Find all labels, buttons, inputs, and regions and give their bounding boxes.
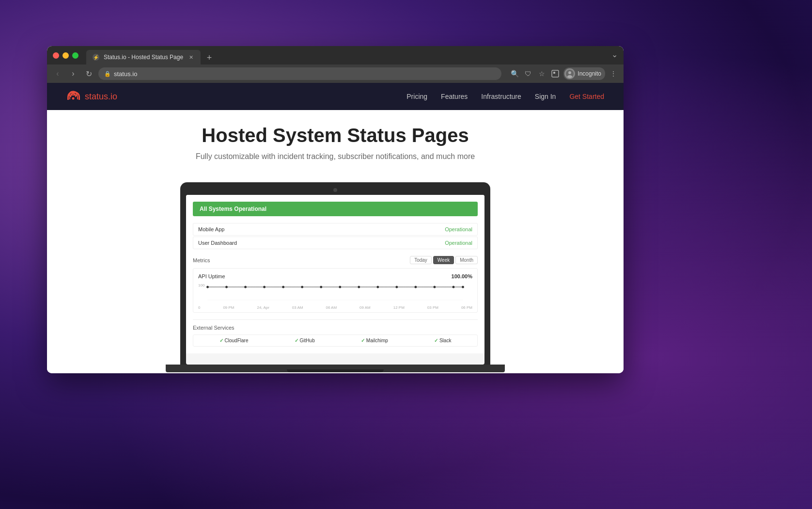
forward-button[interactable]: › [67, 68, 79, 80]
metrics-card-name: API Uptime [198, 273, 225, 279]
metrics-tabs: Today Week Month [410, 256, 478, 264]
laptop-assembly: All Systems Operational Mobile App Opera… [166, 182, 505, 372]
site-navigation: status.io Pricing Features Infrastructur… [47, 83, 624, 110]
traffic-light-minimize[interactable] [62, 52, 69, 59]
nav-links: Pricing Features Infrastructure Sign In … [406, 93, 604, 100]
status-item-0: Mobile App Operational [193, 223, 478, 236]
chart-labels: 0 09 PM 24, Apr 03 AM 06 AM 09 AM 12 PM [198, 305, 472, 310]
svg-point-21 [414, 286, 417, 288]
statusio-website: status.io Pricing Features Infrastructur… [47, 83, 624, 373]
metrics-tab-month[interactable]: Month [455, 256, 478, 264]
metrics-section: Metrics Today Week Month [193, 256, 478, 313]
nav-signin[interactable]: Sign In [535, 93, 556, 100]
hero-section: Hosted System Status Pages Fully customi… [47, 110, 624, 182]
svg-point-20 [395, 286, 398, 288]
nav-features[interactable]: Features [441, 93, 468, 100]
cloudflare-label: CloudFlare [225, 338, 249, 343]
svg-point-17 [339, 286, 341, 288]
back-button[interactable]: ‹ [52, 68, 63, 80]
status-banner: All Systems Operational [193, 202, 478, 216]
address-bar[interactable]: 🔒 status.io [98, 67, 501, 80]
svg-text:⚡: ⚡ [93, 54, 99, 61]
svg-point-15 [301, 286, 303, 288]
laptop-camera [333, 188, 337, 192]
toolbar-actions: 🔍 🛡 ☆ Incognito ⋮ [509, 67, 619, 80]
svg-point-24 [462, 286, 464, 288]
traffic-lights [53, 52, 78, 59]
slack-check: ✓ [434, 338, 438, 343]
status-item-badge-0: Operational [445, 226, 472, 232]
metrics-card-header: API Uptime 100.00% [198, 273, 472, 279]
external-items: ✓ CloudFlare ✓ GitHub ✓ [193, 334, 478, 347]
slack-label: Slack [439, 338, 451, 343]
laptop-screen: All Systems Operational Mobile App Opera… [186, 195, 484, 365]
tab-title: Status.io - Hosted Status Page [104, 54, 183, 61]
metrics-header: Metrics Today Week Month [193, 256, 478, 264]
shield-icon[interactable]: 🛡 [523, 68, 533, 79]
tab-strip-chevron[interactable]: ⌄ [611, 50, 618, 59]
browser-extension-icon[interactable] [550, 68, 561, 79]
external-item-github: ✓ GitHub [295, 338, 315, 343]
laptop-outer: All Systems Operational Mobile App Opera… [180, 182, 490, 365]
chart-label-4: 06 AM [326, 305, 337, 310]
status-page-mockup: All Systems Operational Mobile App Opera… [186, 195, 484, 353]
chart-y-label: 100 [198, 283, 204, 287]
svg-point-16 [320, 286, 322, 288]
reload-button[interactable]: ↻ [83, 68, 94, 80]
status-items: Mobile App Operational User Dashboard Op… [193, 223, 478, 249]
nav-infrastructure[interactable]: Infrastructure [481, 93, 521, 100]
nav-get-started[interactable]: Get Started [569, 93, 604, 100]
external-item-cloudflare: ✓ CloudFlare [219, 338, 249, 343]
profile-avatar [564, 68, 575, 79]
chart-area: 100 [198, 283, 472, 307]
mailchimp-check: ✓ [361, 338, 365, 343]
github-check: ✓ [295, 338, 298, 343]
search-icon[interactable]: 🔍 [509, 68, 520, 79]
browser-content: status.io Pricing Features Infrastructur… [47, 83, 624, 373]
address-text: status.io [114, 70, 137, 78]
status-item-1: User Dashboard Operational [193, 237, 478, 249]
svg-point-7 [72, 97, 75, 100]
browser-window: ⚡ Status.io - Hosted Status Page ✕ + ⌄ ‹… [47, 46, 624, 373]
tab-close-button[interactable]: ✕ [187, 53, 195, 61]
menu-icon[interactable]: ⋮ [608, 68, 619, 79]
tab-favicon: ⚡ [92, 53, 100, 61]
chart-svg [198, 283, 472, 302]
chart-label-0: 0 [198, 305, 200, 310]
external-services-title: External Services [193, 325, 478, 331]
status-item-badge-1: Operational [445, 240, 472, 246]
chart-label-8: 06 PM [461, 305, 472, 310]
traffic-light-close[interactable] [53, 52, 59, 59]
chart-label-5: 09 AM [359, 305, 371, 310]
metrics-tab-week[interactable]: Week [433, 256, 454, 264]
nav-pricing[interactable]: Pricing [406, 93, 427, 100]
site-logo: status.io [66, 91, 117, 102]
active-tab[interactable]: ⚡ Status.io - Hosted Status Page ✕ [86, 50, 201, 64]
svg-point-19 [376, 286, 379, 288]
external-item-mailchimp: ✓ Mailchimp [361, 338, 388, 343]
chart-label-1: 09 PM [223, 305, 234, 310]
browser-tabs: ⚡ Status.io - Hosted Status Page ✕ + [86, 46, 216, 64]
svg-point-6 [567, 75, 572, 78]
svg-rect-3 [553, 72, 555, 74]
traffic-light-fullscreen[interactable] [72, 52, 78, 59]
cloudflare-check: ✓ [219, 338, 223, 343]
metrics-tab-today[interactable]: Today [410, 256, 432, 264]
browser-toolbar: ‹ › ↻ 🔒 status.io 🔍 🛡 ☆ [47, 64, 624, 83]
laptop-mockup-container: All Systems Operational Mobile App Opera… [47, 182, 624, 372]
chart-label-6: 12 PM [393, 305, 405, 310]
svg-point-5 [568, 71, 571, 74]
metrics-card-value: 100.00% [452, 273, 472, 279]
svg-point-13 [263, 286, 265, 288]
chart-label-2: 24, Apr [257, 305, 269, 310]
bookmark-icon[interactable]: ☆ [536, 68, 547, 79]
metrics-card: API Uptime 100.00% 100 [193, 268, 478, 313]
browser-titlebar: ⚡ Status.io - Hosted Status Page ✕ + ⌄ [47, 46, 624, 64]
svg-point-10 [206, 286, 209, 288]
new-tab-button[interactable]: + [203, 51, 216, 64]
svg-point-12 [244, 286, 247, 288]
external-item-slack: ✓ Slack [434, 338, 451, 343]
hero-subtitle: Fully customizable with incident trackin… [66, 152, 604, 161]
incognito-profile-button[interactable]: Incognito [563, 67, 605, 80]
mailchimp-label: Mailchimp [366, 338, 388, 343]
